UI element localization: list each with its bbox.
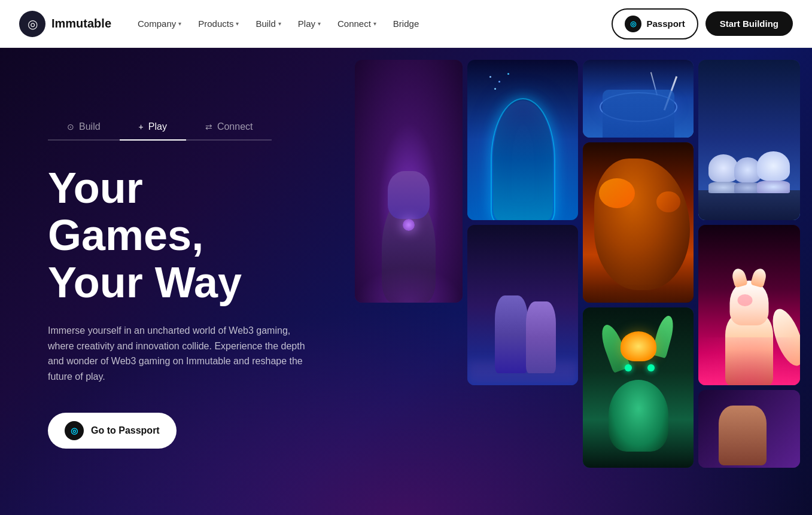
nav-products[interactable]: Products ▾ [191,14,246,33]
nav-connect[interactable]: Connect ▾ [330,14,384,33]
nav-play[interactable]: Play ▾ [291,14,328,33]
brand-name: Immutable [51,17,111,31]
start-building-button[interactable]: Start Building [705,11,793,36]
fox-illustration [698,225,800,385]
game-card-fox [698,225,800,385]
warriors-illustration [467,225,578,385]
chevron-down-icon: ▾ [373,20,376,27]
game-image-grid [355,48,812,515]
passport-icon: ◎ [625,16,641,32]
play-tab-icon: + [139,122,144,132]
hero-content: ⊙ Build + Play ⇄ Connect Your Games, You… [0,78,355,485]
game-card-monster [583,142,694,303]
nav-build[interactable]: Build ▾ [248,14,288,33]
nav-bridge[interactable]: Bridge [386,14,426,33]
passport-button[interactable]: ◎ Passport [612,8,698,39]
tab-build[interactable]: ⊙ Build [48,114,120,141]
wolf-illustration [355,60,463,303]
chevron-down-icon: ▾ [318,20,321,27]
nav-company[interactable]: Company ▾ [130,14,188,33]
tab-connect[interactable]: ⇄ Connect [186,114,272,141]
logo[interactable]: ◎ Immutable [19,11,111,37]
chevron-down-icon: ▾ [236,20,239,27]
connect-tab-icon: ⇄ [205,122,212,132]
tab-play[interactable]: + Play [120,114,186,141]
navbar-right: ◎ Passport Start Building [612,8,793,39]
game-card-cute [698,60,800,220]
cute-illustration [698,60,800,220]
go-to-passport-button[interactable]: ◎ Go to Passport [48,413,177,449]
game-card-flower [583,307,694,468]
game-card-hooded [467,60,578,220]
game-card-warriors [467,225,578,385]
arena-illustration [583,60,694,138]
logo-icon: ◎ [19,11,45,37]
hero-section: ⊙ Build + Play ⇄ Connect Your Games, You… [0,0,812,515]
flower-illustration [583,307,694,468]
passport-hero-icon: ◎ [65,421,84,440]
game-card-wolf [355,60,463,303]
nav-links: Company ▾ Products ▾ Build ▾ Play ▾ Conn… [130,14,426,33]
hero-description: Immerse yourself in an uncharted world o… [48,323,307,384]
navbar: ◎ Immutable Company ▾ Products ▾ Build ▾… [0,0,812,48]
build-tab-icon: ⊙ [67,122,74,132]
game-card-arena [583,60,694,138]
chevron-down-icon: ▾ [278,20,281,27]
hero-tabs: ⊙ Build + Play ⇄ Connect [48,114,307,141]
hooded-illustration [467,60,578,220]
monster-illustration [583,142,694,303]
hero-title: Your Games, Your Way [48,164,307,307]
game-card-partial [698,390,800,468]
chevron-down-icon: ▾ [178,20,181,27]
navbar-left: ◎ Immutable Company ▾ Products ▾ Build ▾… [19,11,426,37]
